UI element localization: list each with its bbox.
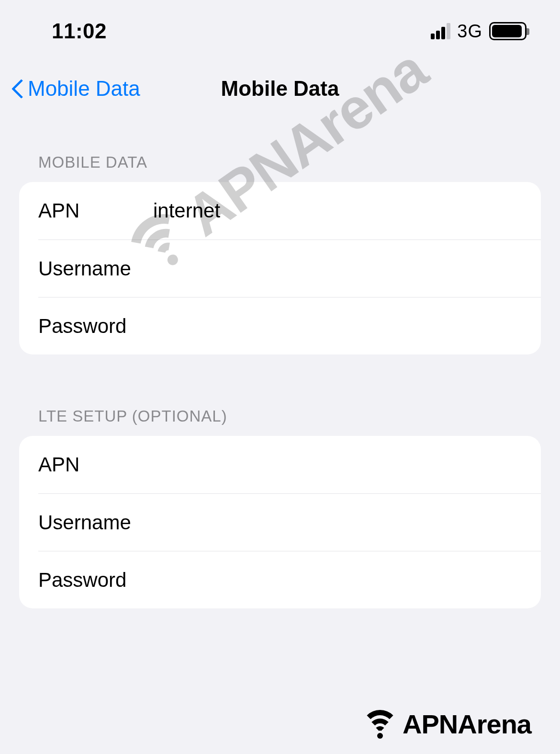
status-bar: 11:02 3G (0, 0, 560, 43)
row-password[interactable]: Password (38, 297, 541, 354)
network-label: 3G (457, 21, 482, 42)
row-lte-apn[interactable]: APN (19, 436, 541, 493)
brand: APNArena (361, 708, 531, 740)
section-lte: APN Username Password (19, 436, 541, 608)
signal-icon (431, 23, 450, 39)
label-password: Password (38, 315, 153, 338)
row-lte-username[interactable]: Username (38, 493, 541, 551)
brand-text: APNArena (403, 708, 531, 740)
label-lte-username: Username (38, 511, 153, 534)
input-lte-apn[interactable] (153, 453, 522, 476)
input-lte-username[interactable] (153, 511, 522, 534)
content: MOBILE DATA APN Username Password LTE SE… (0, 110, 560, 608)
input-lte-password[interactable] (153, 569, 522, 592)
wifi-icon (361, 710, 399, 739)
label-lte-apn: APN (38, 453, 153, 476)
input-apn[interactable] (153, 199, 522, 222)
label-username: Username (38, 257, 153, 280)
section-header-mobile-data: MOBILE DATA (19, 153, 541, 182)
input-username[interactable] (153, 257, 522, 280)
label-lte-password: Password (38, 569, 153, 592)
back-label: Mobile Data (28, 77, 140, 101)
chevron-left-icon (10, 78, 25, 99)
nav-bar: Mobile Data Mobile Data (0, 43, 560, 110)
row-apn[interactable]: APN (19, 182, 541, 240)
row-lte-password[interactable]: Password (38, 551, 541, 608)
status-time: 11:02 (52, 19, 107, 43)
battery-icon (489, 22, 526, 40)
status-right: 3G (431, 21, 526, 42)
label-apn: APN (38, 199, 153, 222)
input-password[interactable] (153, 315, 522, 338)
row-username[interactable]: Username (38, 240, 541, 297)
back-button[interactable]: Mobile Data (10, 77, 140, 101)
section-mobile-data: APN Username Password (19, 182, 541, 354)
section-header-lte: LTE SETUP (OPTIONAL) (19, 407, 541, 436)
